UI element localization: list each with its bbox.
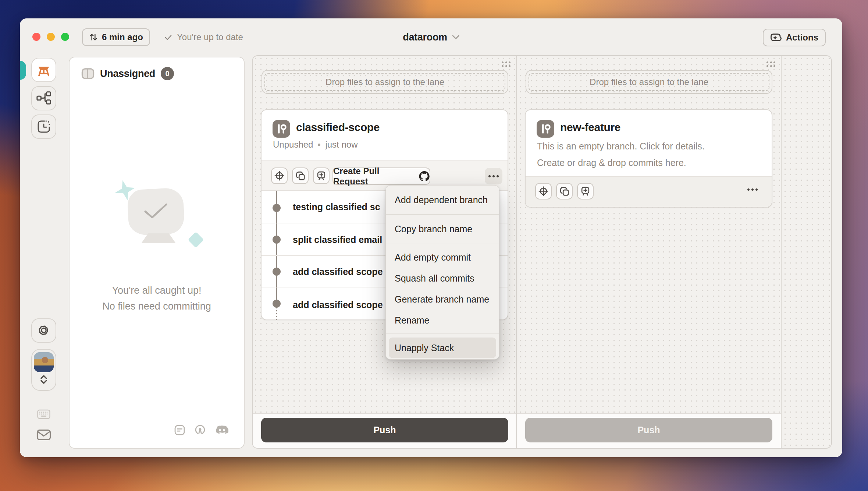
lane-new-feature: Drop files to assign to the lane new-fea…	[517, 56, 782, 449]
gitbutler-logo-icon	[35, 61, 52, 78]
update-indicator	[20, 61, 26, 80]
unassigned-count-badge: 0	[161, 67, 174, 80]
diamond-shape	[188, 232, 204, 248]
commit-dot	[273, 236, 281, 244]
branch-name: new-feature	[560, 121, 620, 134]
chevron-down-icon	[452, 35, 459, 39]
unassigned-header: Unassigned 0	[81, 67, 174, 80]
github-icon	[419, 171, 430, 182]
new-commit-button[interactable]	[313, 167, 330, 184]
lane-drag-handle[interactable]	[502, 61, 511, 68]
branches-icon	[36, 91, 51, 106]
menu-item-copy-branch-name[interactable]: Copy branch name	[386, 215, 499, 244]
check-icon	[164, 33, 172, 42]
mail-icon	[36, 429, 51, 441]
fetch-sync-button[interactable]: 6 min ago	[82, 28, 150, 46]
copy-icon	[560, 187, 569, 196]
box-plus-icon	[580, 186, 590, 196]
empty-branch-line1: This is an empty branch. Click for detai…	[537, 141, 705, 152]
actions-button[interactable]: Actions	[763, 29, 826, 46]
branch-status: Unpushed just now	[273, 139, 357, 150]
target-plus-icon	[274, 171, 284, 181]
sidebar-item-branches[interactable]	[31, 86, 56, 110]
commit-message: add classified scope	[293, 266, 383, 277]
empty-branch-line2: Create or drag & drop commits here.	[537, 158, 686, 168]
empty-state-title: You're all caught up!	[70, 285, 244, 296]
workspace-lanes: Drop files to assign to the lane classif…	[252, 55, 832, 449]
keyboard-shortcuts-button[interactable]	[37, 409, 50, 419]
menu-item-add-empty-commit[interactable]: Add empty commit	[386, 247, 499, 268]
project-name: dataroom	[403, 32, 447, 43]
traffic-lights	[32, 33, 69, 41]
checkmark-icon	[142, 203, 170, 220]
commit-message: split classified email	[293, 234, 382, 245]
push-button[interactable]: Push	[261, 418, 508, 442]
time-label: just now	[325, 139, 357, 150]
empty-state-subtitle: No files need committing	[70, 301, 244, 312]
sparkle-box-icon	[770, 32, 782, 43]
commit-dot	[273, 268, 281, 276]
chevron-sort-icon	[39, 374, 48, 385]
menu-item-add-dependent-branch[interactable]: Add dependent branch	[386, 186, 499, 214]
push-button-disabled[interactable]: Push	[525, 418, 772, 442]
gear-icon	[36, 323, 51, 338]
avatar	[34, 352, 54, 372]
changelog-icon[interactable]	[174, 425, 185, 435]
menu-item-unapply-stack[interactable]: Unapply Stack	[389, 338, 496, 358]
push-status-label: Unpushed	[273, 139, 313, 150]
menu-item-squash-all-commits[interactable]: Squash all commits	[386, 268, 499, 289]
branch-card-new-feature[interactable]: new-feature This is an empty branch. Cli…	[525, 109, 772, 208]
commit-dot	[273, 204, 281, 212]
branch-chip-icon	[273, 120, 290, 138]
drop-zone[interactable]: Drop files to assign to the lane	[526, 70, 772, 94]
desktop: { "topbar": { "sync_time": "6 min ago", …	[0, 0, 868, 491]
branch-chip-icon	[537, 120, 554, 138]
unassigned-title: Unassigned	[100, 68, 155, 80]
copy-icon	[296, 171, 305, 181]
project-switcher[interactable]: dataroom	[403, 28, 459, 46]
menu-item-rename[interactable]: Rename	[386, 310, 499, 331]
discord-icon[interactable]	[215, 425, 228, 435]
push-bar: Push	[253, 413, 516, 449]
account-switcher[interactable]	[31, 349, 56, 391]
new-commit-button[interactable]	[577, 183, 594, 199]
create-pr-label: Create Pull Request	[333, 166, 415, 187]
branch-action-row	[526, 176, 772, 207]
settings-button[interactable]	[31, 318, 56, 343]
menu-item-generate-branch-name[interactable]: Generate branch name	[386, 289, 499, 310]
menu-divider	[386, 333, 499, 333]
copy-button[interactable]	[556, 183, 573, 199]
branch-more-options-button[interactable]	[747, 188, 758, 191]
commit-target-button[interactable]	[271, 167, 288, 184]
close-button[interactable]	[32, 33, 40, 41]
commit-message: add classified scope	[293, 299, 383, 310]
copy-button[interactable]	[292, 167, 309, 184]
caught-up-illustration	[127, 187, 185, 236]
minimize-button[interactable]	[47, 33, 55, 41]
commit-target-button[interactable]	[535, 183, 552, 199]
create-pull-request-button[interactable]: Create Pull Request	[332, 167, 430, 185]
drop-zone-label: Drop files to assign to the lane	[590, 77, 708, 87]
keyboard-icon	[37, 409, 50, 419]
commit-dot	[273, 300, 281, 308]
dot-separator	[318, 144, 320, 146]
drop-zone[interactable]: Drop files to assign to the lane	[262, 70, 508, 94]
up-to-date-label: You're up to date	[177, 32, 243, 42]
sidebar-item-workspace[interactable]	[31, 58, 56, 82]
feedback-button[interactable]	[36, 429, 51, 441]
lane-drag-handle[interactable]	[766, 61, 776, 68]
sync-status: You're up to date	[164, 28, 243, 46]
branch-context-menu: Add dependent branch Copy branch name Ad…	[385, 185, 499, 360]
open-source-icon[interactable]	[195, 424, 206, 435]
box-plus-icon	[316, 171, 326, 181]
zoom-button[interactable]	[61, 33, 69, 41]
split-view-icon	[81, 68, 95, 80]
commit-message: testing classified sc	[293, 202, 380, 212]
sidebar-item-history[interactable]	[31, 114, 56, 139]
branch-more-options-button[interactable]	[485, 168, 502, 184]
app-window: 6 min ago You're up to date dataroom Act…	[20, 18, 842, 457]
branch-name: classified-scope	[296, 121, 380, 134]
actions-label: Actions	[786, 32, 818, 43]
drop-zone-label: Drop files to assign to the lane	[326, 77, 444, 87]
history-clock-icon	[36, 119, 51, 134]
